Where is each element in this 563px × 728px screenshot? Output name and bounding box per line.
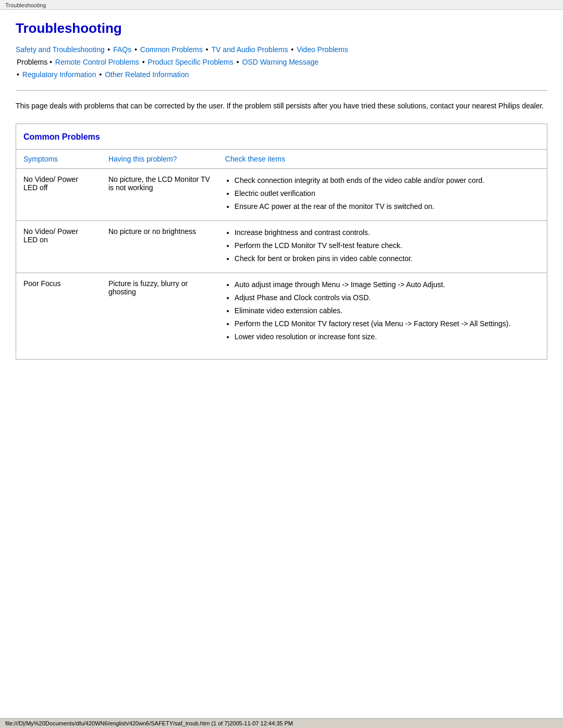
having-cell: No picture, the LCD Monitor TV is not wo… — [101, 168, 218, 220]
nav-sep-2: • — [132, 45, 139, 54]
list-item: Auto adjust image through Menu -> Image … — [235, 279, 540, 290]
nav-other[interactable]: Other Related Information — [105, 70, 189, 79]
list-item: Lower video resolution or increase font … — [235, 331, 540, 342]
problems-table: Symptoms Having this problem? Check thes… — [16, 149, 547, 351]
nav-safety[interactable]: Safety and Troubleshooting — [16, 45, 104, 54]
table-row: Poor FocusPicture is fuzzy, blurry or gh… — [16, 273, 547, 351]
col-header-symptoms: Symptoms — [16, 149, 101, 168]
nav-common[interactable]: Common Problems — [140, 45, 203, 54]
check-cell: Increase brightness and contrast control… — [218, 220, 547, 273]
list-item: Electric outlet verification — [235, 188, 540, 199]
browser-tab-label: Troubleshooting — [5, 2, 46, 8]
check-cell: Auto adjust image through Menu -> Image … — [218, 273, 547, 351]
col-header-check: Check these items — [218, 149, 547, 168]
nav-sep-9: • — [97, 70, 104, 79]
table-row: No Video/ Power LED onNo picture or no b… — [16, 220, 547, 273]
nav-sep-6: • — [140, 58, 147, 66]
nav-sep-1: • — [105, 45, 112, 54]
having-cell: Picture is fuzzy, blurry or ghosting — [101, 273, 218, 351]
nav-sep-4: • — [289, 45, 296, 54]
nav-video[interactable]: Video Problems — [297, 45, 348, 54]
nav-sep-5: Problems • — [17, 58, 54, 66]
list-item: Check for bent or broken pins in video c… — [235, 253, 540, 264]
list-item: Check connection integrity at both ends … — [235, 175, 540, 186]
common-problems-title: Common Problems — [16, 129, 547, 149]
common-problems-box: Common Problems Symptoms Having this pro… — [16, 124, 547, 360]
nav-sep-7: • — [235, 58, 241, 66]
nav-links: Safety and Troubleshooting • FAQs • Comm… — [16, 44, 547, 81]
list-item: Adjust Phase and Clock controls via OSD. — [235, 292, 540, 303]
nav-tv-audio[interactable]: TV and Audio Problems — [211, 45, 288, 54]
intro-text: This page deals with problems that can b… — [16, 100, 547, 112]
having-cell: No picture or no brightness — [101, 220, 218, 273]
table-row: No Video/ Power LED offNo picture, the L… — [16, 168, 547, 220]
col-header-having: Having this problem? — [101, 149, 218, 168]
divider — [16, 90, 547, 91]
status-bar-text: file:///D|/My%20Documents/dfu/420WN6/eng… — [5, 720, 293, 726]
symptom-cell: Poor Focus — [16, 273, 101, 351]
list-item: Ensure AC power at the rear of the monit… — [235, 201, 540, 212]
symptom-cell: No Video/ Power LED on — [16, 220, 101, 273]
nav-sep-8: • — [17, 70, 21, 79]
check-cell: Check connection integrity at both ends … — [218, 168, 547, 220]
page-title: Troubleshooting — [16, 20, 547, 36]
list-item: Perform the LCD Monitor TV self-test fea… — [235, 240, 540, 251]
nav-osd[interactable]: OSD Warning Message — [242, 58, 319, 66]
nav-regulatory[interactable]: Regulatory Information — [22, 70, 96, 79]
nav-faqs[interactable]: FAQs — [113, 45, 131, 54]
main-content: Troubleshooting Safety and Troubleshooti… — [0, 10, 563, 401]
list-item: Increase brightness and contrast control… — [235, 227, 540, 238]
status-bar: file:///D|/My%20Documents/dfu/420WN6/eng… — [0, 718, 563, 728]
browser-tab: Troubleshooting — [0, 0, 563, 10]
nav-sep-3: • — [204, 45, 211, 54]
list-item: Perform the LCD Monitor TV factory reset… — [235, 318, 540, 329]
list-item: Eliminate video extension cables. — [235, 305, 540, 316]
nav-product[interactable]: Product Specific Problems — [148, 58, 234, 66]
symptom-cell: No Video/ Power LED off — [16, 168, 101, 220]
nav-remote[interactable]: Remote Control Problems — [55, 58, 139, 66]
